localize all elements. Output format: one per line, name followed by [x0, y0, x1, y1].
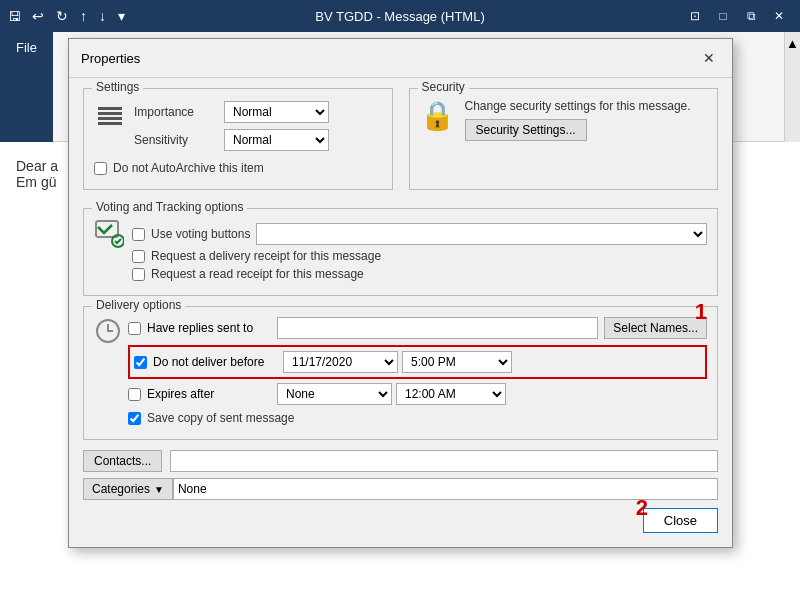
badge-1: 1 [695, 299, 707, 325]
read-receipt-checkbox[interactable] [132, 268, 145, 281]
have-replies-input[interactable] [277, 317, 598, 339]
delivery-content: Have replies sent to Select Names... Do … [94, 317, 707, 429]
close-button-area: 2 Close [83, 508, 718, 537]
read-receipt-label: Request a read receipt for this message [151, 267, 364, 281]
expires-after-time-select[interactable]: 12:00 AM [396, 383, 506, 405]
use-voting-row: Use voting buttons [132, 223, 707, 245]
sensitivity-row: Sensitivity Normal Personal Private Conf… [134, 129, 329, 151]
title-bar: 🖫 ↩ ↻ ↑ ↓ ▾ BV TGDD - Message (HTML) ⊡ □… [0, 0, 800, 32]
app-icon: 🖫 [8, 9, 21, 24]
save-copy-checkbox[interactable] [128, 412, 141, 425]
importance-select-wrapper: Normal Low High [224, 101, 329, 123]
minimize-button[interactable]: ⊡ [682, 5, 708, 27]
properties-dialog: Properties ✕ Settings [68, 38, 733, 548]
settings-group: Settings Importance [83, 88, 393, 190]
voting-checkboxes: Use voting buttons Request a delivery re… [132, 219, 707, 285]
do-not-deliver-time-select[interactable]: 5:00 PM [402, 351, 512, 373]
voting-group: Voting and Tracking options Use voting b… [83, 208, 718, 296]
title-bar-controls: ⊡ □ ⧉ ✕ [682, 5, 792, 27]
editor-content-line1: Dear a [16, 158, 58, 174]
importance-row: Importance Normal Low High [134, 101, 329, 123]
dialog-titlebar: Properties ✕ [69, 39, 732, 78]
voting-buttons-select[interactable] [256, 223, 707, 245]
window-close-button[interactable]: ✕ [766, 5, 792, 27]
do-not-deliver-section: Do not deliver before 11/17/2020 5:00 PM [128, 345, 707, 379]
down-button[interactable]: ↓ [94, 5, 111, 27]
file-tab[interactable]: File [0, 32, 53, 142]
settings-group-label: Settings [92, 80, 143, 94]
security-settings-button[interactable]: Security Settings... [465, 119, 587, 141]
expires-after-row: Expires after None 12:00 AM [128, 383, 707, 405]
dialog-close-icon-button[interactable]: ✕ [698, 47, 720, 69]
have-replies-label: Have replies sent to [147, 321, 277, 335]
settings-icon [94, 101, 126, 133]
svg-rect-2 [98, 117, 122, 120]
categories-dropdown-icon: ▼ [154, 484, 164, 495]
settings-security-row: Settings Importance [83, 88, 718, 200]
window-title: BV TGDD - Message (HTML) [315, 9, 485, 24]
have-replies-row: Have replies sent to Select Names... [128, 317, 707, 339]
select-names-button[interactable]: Select Names... [604, 317, 707, 339]
svg-rect-3 [98, 122, 122, 125]
svg-rect-0 [98, 107, 122, 110]
read-receipt-row: Request a read receipt for this message [132, 267, 707, 281]
undo-button[interactable]: ↩ [27, 5, 49, 27]
categories-button-label: Categories [92, 482, 150, 496]
restore-button[interactable]: ⧉ [738, 5, 764, 27]
security-right: Change security settings for this messag… [465, 99, 691, 141]
redo-button[interactable]: ↻ [51, 5, 73, 27]
contacts-row: Contacts... [83, 450, 718, 472]
importance-label: Importance [134, 105, 224, 119]
more-button[interactable]: ▾ [113, 5, 130, 27]
dialog-body: Settings Importance [69, 78, 732, 547]
do-not-deliver-row: Do not deliver before 11/17/2020 5:00 PM [134, 351, 701, 373]
lock-icon: 🔒 [420, 99, 455, 132]
save-copy-label: Save copy of sent message [147, 411, 294, 425]
delivery-fields: Have replies sent to Select Names... Do … [128, 317, 707, 429]
security-text: Change security settings for this messag… [465, 99, 691, 113]
settings-fields: Importance Normal Low High Sensitivity [134, 101, 329, 157]
close-dialog-button[interactable]: Close [643, 508, 718, 533]
scroll-up[interactable]: ▲ [784, 32, 800, 142]
delivery-group-label: Delivery options [92, 298, 185, 312]
do-not-autoarchive-checkbox[interactable] [94, 162, 107, 175]
security-content: 🔒 Change security settings for this mess… [420, 95, 708, 141]
delivery-receipt-checkbox[interactable] [132, 250, 145, 263]
categories-row: Categories ▼ [83, 478, 718, 500]
sensitivity-select[interactable]: Normal Personal Private Confidential [224, 129, 329, 151]
importance-select[interactable]: Normal Low High [224, 101, 329, 123]
expires-after-date-select[interactable]: None [277, 383, 392, 405]
toolbar-icons: ↩ ↻ ↑ ↓ ▾ [27, 5, 130, 27]
delivery-icon [94, 317, 122, 348]
title-bar-left: 🖫 ↩ ↻ ↑ ↓ ▾ [8, 5, 138, 27]
contacts-input[interactable] [170, 450, 718, 472]
expires-after-label: Expires after [147, 387, 277, 401]
delivery-receipt-label: Request a delivery receipt for this mess… [151, 249, 381, 263]
security-group: Security 🔒 Change security settings for … [409, 88, 719, 190]
badge-2: 2 [636, 495, 648, 521]
up-button[interactable]: ↑ [75, 5, 92, 27]
save-copy-row: Save copy of sent message [128, 411, 707, 425]
use-voting-checkbox[interactable] [132, 228, 145, 241]
do-not-deliver-checkbox[interactable] [134, 356, 147, 369]
security-group-label: Security [418, 80, 469, 94]
svg-rect-1 [98, 112, 122, 115]
do-not-deliver-label: Do not deliver before [153, 355, 283, 369]
delivery-receipt-row: Request a delivery receipt for this mess… [132, 249, 707, 263]
sensitivity-label: Sensitivity [134, 133, 224, 147]
have-replies-checkbox[interactable] [128, 322, 141, 335]
expires-after-checkbox[interactable] [128, 388, 141, 401]
do-not-autoarchive-label: Do not AutoArchive this item [113, 161, 264, 175]
maximize-button[interactable]: □ [710, 5, 736, 27]
voting-group-label: Voting and Tracking options [92, 200, 247, 214]
use-voting-label: Use voting buttons [151, 227, 250, 241]
delivery-group: Delivery options 1 Have replies sent to [83, 306, 718, 440]
do-not-deliver-date-select[interactable]: 11/17/2020 [283, 351, 398, 373]
categories-button[interactable]: Categories ▼ [83, 478, 173, 500]
voting-content: Use voting buttons Request a delivery re… [94, 219, 707, 285]
voting-icon [94, 219, 124, 252]
dialog-title: Properties [81, 51, 140, 66]
editor-content-line2: Em gü [16, 174, 56, 190]
contacts-button[interactable]: Contacts... [83, 450, 162, 472]
do-not-autoarchive-row: Do not AutoArchive this item [94, 161, 382, 175]
